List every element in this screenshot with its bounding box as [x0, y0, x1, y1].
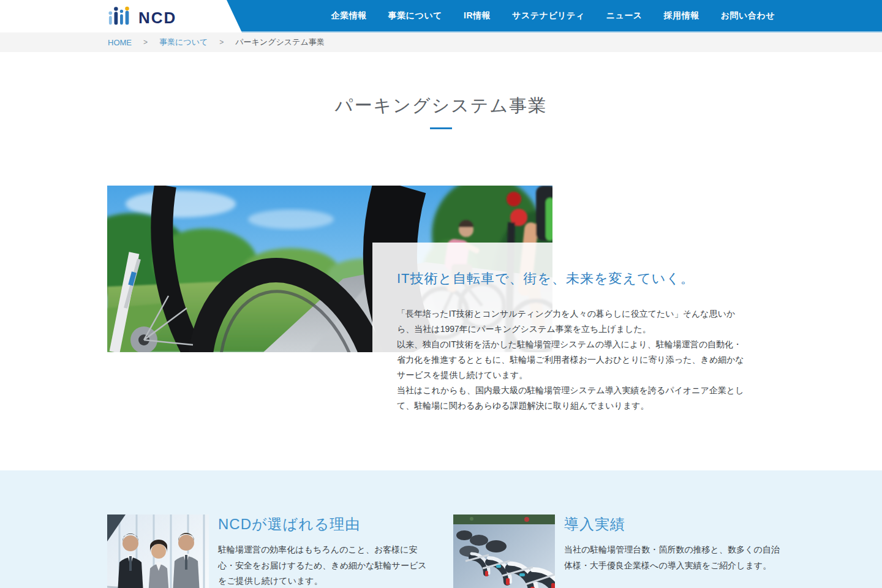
title-underline — [430, 127, 452, 129]
nav-item-sustainability[interactable]: サステナビリティ — [512, 10, 585, 21]
business-people-photo — [107, 514, 209, 588]
breadcrumb: HOME > 事業について > パーキングシステム事業 — [108, 37, 325, 48]
brand-logo[interactable]: NCD — [108, 6, 176, 27]
card-track-record-body: 当社の駐輪場管理台数・箇所数の推移と、数多くの自治体様・大手優良企業様への導入実… — [564, 542, 780, 573]
card-why-ncd[interactable]: NCDが選ばれる理由 駐輪場運営の効率化はもちろんのこと、お客様に安心・安全をお… — [107, 514, 434, 588]
breadcrumb-separator: > — [143, 38, 148, 47]
nav-item-ir[interactable]: IR情報 — [464, 10, 491, 21]
main-nav-band: 企業情報 事業について IR情報 サステナビリティ ニュース 採用情報 お問い合… — [225, 0, 882, 32]
page-title: パーキングシステム事業 — [0, 52, 882, 118]
hero-paragraph: 当社はこれからも、国内最大級の駐輪場管理システム導入実績を誇るパイオニア企業とし… — [397, 383, 749, 413]
nav-item-company[interactable]: 企業情報 — [331, 10, 367, 21]
card-why-ncd-title[interactable]: NCDが選ばれる理由 — [218, 514, 434, 534]
breadcrumb-business[interactable]: 事業について — [159, 37, 208, 48]
nav-item-contact[interactable]: お問い合わせ — [721, 10, 775, 21]
hero-paragraph: 以来、独自のIT技術を活かした駐輪場管理システムの導入により、駐輪場運営の自動化… — [397, 337, 749, 383]
hero-overlay: IT技術と自転車で、街を、未来を変えていく。 「長年培ったIT技術とコンサルティ… — [372, 243, 774, 417]
nav-item-business[interactable]: 事業について — [388, 10, 442, 21]
nav-item-recruit[interactable]: 採用情報 — [664, 10, 699, 21]
bicycle-row-illustration — [453, 514, 555, 588]
brand-name: NCD — [138, 7, 176, 26]
breadcrumb-bar: HOME > 事業について > パーキングシステム事業 — [0, 32, 882, 52]
hero-paragraph: 「長年培ったIT技術とコンサルティング力を人々の暮らしに役立てたい」そんな思いか… — [397, 306, 749, 337]
related-links-section: NCDが選ばれる理由 駐輪場運営の効率化はもちろんのこと、お客様に安心・安全をお… — [0, 470, 882, 588]
nav-item-news[interactable]: ニュース — [606, 10, 643, 21]
card-why-ncd-text: NCDが選ばれる理由 駐輪場運営の効率化はもちろんのこと、お客様に安心・安全をお… — [218, 514, 434, 588]
parked-bicycles-photo — [453, 514, 555, 588]
office-people-illustration — [107, 514, 209, 588]
card-track-record[interactable]: 導入実績 当社の駐輪場管理台数・箇所数の推移と、数多くの自治体様・大手優良企業様… — [453, 514, 780, 588]
hero-heading: IT技術と自転車で、街を、未来を変えていく。 — [397, 270, 749, 288]
card-track-record-text: 導入実績 当社の駐輪場管理台数・箇所数の推移と、数多くの自治体様・大手優良企業様… — [564, 514, 780, 588]
breadcrumb-separator: > — [219, 38, 224, 47]
ncd-logo-icon — [108, 6, 134, 27]
breadcrumb-home[interactable]: HOME — [108, 38, 132, 47]
page: NCD 企業情報 事業について IR情報 サステナビリティ ニュース 採用情報 … — [0, 0, 882, 588]
main-content: パーキングシステム事業 — [0, 52, 882, 470]
main-nav: 企業情報 事業について IR情報 サステナビリティ ニュース 採用情報 お問い合… — [225, 0, 882, 31]
breadcrumb-current: パーキングシステム事業 — [235, 37, 324, 48]
card-why-ncd-body: 駐輪場運営の効率化はもちろんのこと、お客様に安心・安全をお届けするため、きめ細か… — [218, 542, 434, 588]
site-header: NCD 企業情報 事業について IR情報 サステナビリティ ニュース 採用情報 … — [0, 0, 882, 32]
card-track-record-title[interactable]: 導入実績 — [564, 514, 780, 534]
